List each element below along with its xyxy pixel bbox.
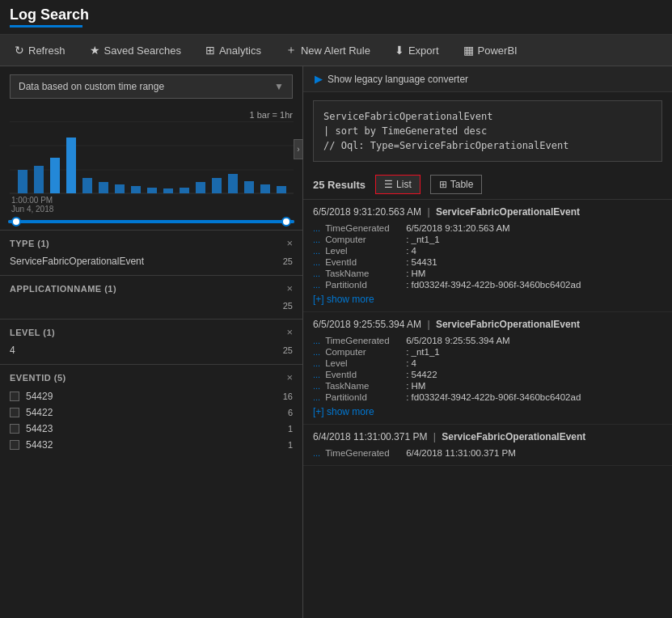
refresh-icon: ↻ <box>15 44 24 57</box>
result-header: 6/5/2018 9:25:55.394 AM | ServiceFabricO… <box>313 319 662 330</box>
expand-dots[interactable]: ... <box>313 269 320 278</box>
expand-dots[interactable]: ... <box>313 370 320 379</box>
facet-section-eventid: EVENTID (5)×5442916544226544231544321 <box>0 364 302 459</box>
result-field: ...TimeGenerated 6/5/2018 9:31:20.563 AM <box>313 222 662 234</box>
expand-dots[interactable]: ... <box>313 235 320 244</box>
svg-rect-11 <box>131 186 141 193</box>
export-button[interactable]: ⬇ Export <box>390 40 444 60</box>
facet-checkbox-row: 5442916 <box>10 388 293 404</box>
result-entry: 6/5/2018 9:31:20.563 AM | ServiceFabricO… <box>303 200 672 312</box>
field-value: : 54422 <box>406 370 437 379</box>
result-field: ...Level : 4 <box>313 245 662 256</box>
result-timestamp: 6/5/2018 9:31:20.563 AM <box>313 206 421 218</box>
facet-close-level[interactable]: × <box>286 326 293 338</box>
time-range-label: Data based on custom time range <box>19 81 164 92</box>
facet-close-applicationname[interactable]: × <box>286 282 293 294</box>
expand-dots[interactable]: ... <box>313 280 320 290</box>
expand-dots[interactable]: ... <box>313 246 320 256</box>
collapse-panel-button[interactable]: › <box>294 139 303 159</box>
facet-checkbox-row: 544321 <box>10 437 293 453</box>
result-field: ...TimeGenerated 6/5/2018 9:25:55.394 AM <box>313 335 662 346</box>
expand-dots[interactable]: ... <box>313 347 320 357</box>
right-panel: ▶ Show legacy language converter Service… <box>303 66 672 618</box>
star-icon: ★ <box>90 44 100 57</box>
saved-searches-button[interactable]: ★ Saved Searches <box>85 40 186 60</box>
chevron-down-icon: ▼ <box>274 81 284 92</box>
time-range-selector[interactable]: Data based on custom time range ▼ <box>10 74 293 99</box>
field-value: : _nt1_1 <box>406 347 440 357</box>
slider-left-thumb[interactable] <box>11 217 21 226</box>
facet-row: 25 <box>10 299 293 312</box>
slider-right-thumb[interactable] <box>281 217 291 226</box>
expand-dots[interactable]: ... <box>313 358 320 368</box>
show-more-button[interactable]: [+] show more <box>313 406 374 417</box>
svg-rect-17 <box>228 174 238 193</box>
facet-header-type: TYPE (1)× <box>10 237 293 249</box>
field-value: 6/4/2018 11:31:00.371 PM <box>406 448 516 458</box>
facet-checkbox[interactable] <box>10 392 19 401</box>
result-header: 6/5/2018 9:31:20.563 AM | ServiceFabricO… <box>313 206 662 218</box>
title-underline <box>10 25 82 28</box>
expand-dots[interactable]: ... <box>313 336 320 345</box>
powerbi-button[interactable]: ▦ PowerBI <box>459 40 522 60</box>
svg-rect-10 <box>115 184 125 193</box>
chart-axis-label: 1:00:00 PM Jun 4, 2018 <box>10 196 293 214</box>
facet-section-level: LEVEL (1)×425 <box>0 319 302 364</box>
chart-svg <box>10 121 294 194</box>
facet-checkbox[interactable] <box>10 424 19 434</box>
svg-rect-13 <box>163 188 173 193</box>
facet-title-level: LEVEL (1) <box>10 328 55 337</box>
table-view-button[interactable]: ⊞ Table <box>430 175 483 194</box>
list-view-button[interactable]: ☰ List <box>375 175 421 194</box>
slider-fill <box>8 220 294 223</box>
chart-bar-label: 1 bar = 1hr <box>10 110 293 120</box>
facet-checkbox-count: 1 <box>288 440 293 450</box>
expand-dots[interactable]: ... <box>313 381 320 391</box>
facet-row-count: 25 <box>283 345 293 355</box>
facet-section-type: TYPE (1)×ServiceFabricOperationalEvent25 <box>0 230 302 275</box>
facet-checkbox[interactable] <box>10 440 19 450</box>
svg-rect-16 <box>212 178 222 193</box>
expand-dots[interactable]: ... <box>313 257 320 267</box>
svg-rect-18 <box>244 181 254 193</box>
field-name: Level <box>325 246 406 256</box>
field-value: 6/5/2018 9:25:55.394 AM <box>406 336 510 345</box>
query-line-3: // Oql: Type=ServiceFabricOperationalEve… <box>323 138 652 153</box>
svg-rect-19 <box>260 184 270 193</box>
expand-dots[interactable]: ... <box>313 448 320 458</box>
chart-area: 1 bar = 1hr <box>0 107 302 217</box>
plus-icon: ＋ <box>285 43 297 57</box>
result-timestamp: 6/5/2018 9:25:55.394 AM <box>313 319 421 330</box>
toolbar: ↻ Refresh ★ Saved Searches ⊞ Analytics ＋… <box>0 35 672 66</box>
facet-row-name: ServiceFabricOperationalEvent <box>10 256 144 267</box>
svg-rect-4 <box>18 170 27 193</box>
expand-dots[interactable]: ... <box>313 392 320 402</box>
field-name: TimeGenerated <box>325 336 406 345</box>
slider-container[interactable] <box>0 217 302 230</box>
field-name: EventId <box>325 370 406 379</box>
field-name: Computer <box>325 235 406 244</box>
new-alert-rule-button[interactable]: ＋ New Alert Rule <box>281 40 375 61</box>
analytics-button[interactable]: ⊞ Analytics <box>201 40 266 60</box>
expand-dots[interactable]: ... <box>313 223 320 233</box>
list-icon: ☰ <box>384 179 393 190</box>
facet-row: 425 <box>10 343 293 358</box>
facet-row: ServiceFabricOperationalEvent25 <box>10 254 293 269</box>
facet-close-eventid[interactable]: × <box>286 371 293 383</box>
facet-row-name: 4 <box>10 345 15 356</box>
refresh-button[interactable]: ↻ Refresh <box>10 40 70 60</box>
show-more-button[interactable]: [+] show more <box>313 294 374 305</box>
legacy-banner[interactable]: ▶ Show legacy language converter <box>303 66 672 92</box>
table-icon: ⊞ <box>439 179 447 190</box>
result-event-type: ServiceFabricOperationalEvent <box>442 431 585 442</box>
query-box[interactable]: ServiceFabricOperationalEvent | sort by … <box>313 100 662 162</box>
facet-checkbox[interactable] <box>10 408 19 417</box>
facet-title-applicationname: APPLICATIONNAME (1) <box>10 284 116 294</box>
facet-row-count: 25 <box>283 256 293 266</box>
field-name: TimeGenerated <box>325 448 406 458</box>
svg-rect-5 <box>34 166 44 193</box>
result-field: ...Level : 4 <box>313 358 662 369</box>
facet-checkbox-name: 54432 <box>26 439 281 451</box>
facet-close-type[interactable]: × <box>286 237 293 249</box>
svg-rect-20 <box>277 186 286 193</box>
